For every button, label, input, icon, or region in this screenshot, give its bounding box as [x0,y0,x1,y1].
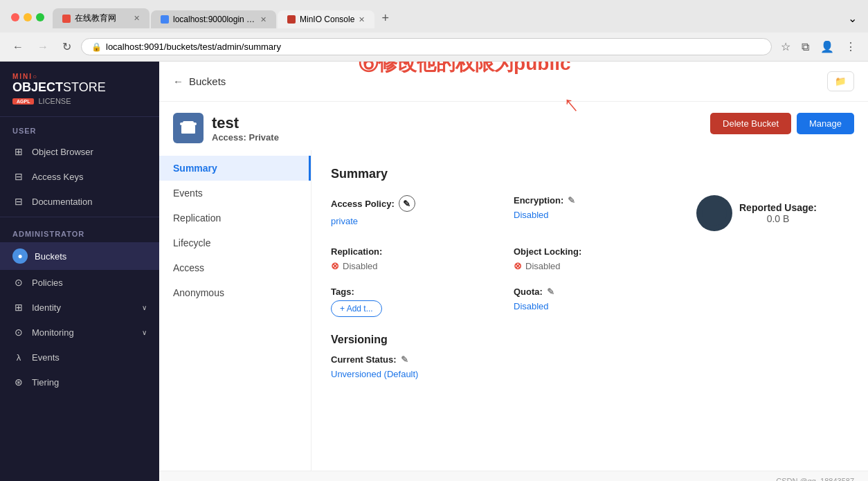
left-nav-anonymous[interactable]: Anonymous [159,280,311,305]
main-content: ← Buckets 📁 test [159,62,868,481]
left-nav-summary-label: Summary [173,163,217,174]
summary-row-1: Access Policy: ✎ private Encryption: ✎ D… [331,195,849,231]
close-traffic-light[interactable] [11,13,19,21]
tab-close-3[interactable]: ✕ [359,15,365,24]
access-keys-icon: ⊟ [12,170,25,183]
sidebar-label-events: Events [32,352,60,363]
object-locking-value: ⊗ Disabled [514,260,682,271]
browser-tab-3[interactable]: MinIO Console ✕ [278,10,374,28]
folder-button[interactable]: 📁 [827,71,854,91]
sidebar-item-identity[interactable]: ⊞ Identity ∨ [0,295,159,320]
bucket-details: test Access: Private [212,114,279,143]
tab-close-2[interactable]: ✕ [260,15,266,24]
sidebar-label-tiering: Tiering [32,377,59,388]
identity-expand-icon: ∨ [142,304,147,311]
bucket-actions: ⑥修改他的权限为public ↓ Delete Bucket Manage [705,113,854,134]
encryption-value[interactable]: Disabled [514,210,549,220]
summary-row-2: Replication: ⊗ Disabled Object Locking: … [331,246,849,271]
app-container: MINI○ OBJECT STORE AGPL LICENSE User ⊞ O… [0,62,868,481]
left-nav: Summary Events Replication Lifecycle Acc… [159,150,311,471]
monitoring-expand-icon: ∨ [142,329,147,336]
sidebar-item-access-keys[interactable]: ⊟ Access Keys [0,164,159,189]
sidebar-label-policies: Policies [32,278,63,288]
manage-button[interactable]: Manage [797,113,854,134]
sidebar-item-documentation[interactable]: ⊟ Documentation [0,189,159,214]
bucket-svg-icon [179,120,198,136]
add-tag-button[interactable]: + Add t... [331,300,382,317]
content-area: Summary Events Replication Lifecycle Acc… [159,150,868,471]
sidebar-item-buckets[interactable]: ● Buckets [0,242,159,270]
quota-section: Quota: ✎ Disabled [514,287,682,317]
browser-tab-2[interactable]: localhost:9000login - Google ... ✕ [151,10,276,28]
sidebar-label-documentation: Documentation [32,197,92,207]
extensions-btn[interactable]: ⧉ [798,39,813,55]
bookmark-btn[interactable]: ☆ [777,39,794,55]
top-bar-left: ← Buckets [173,75,226,87]
folder-icon: 📁 [835,76,847,87]
sidebar-label-buckets: Buckets [35,251,66,262]
new-tab-button[interactable]: + [376,8,395,28]
lock-icon: 🔒 [91,42,102,52]
browser-actions: ☆ ⧉ 👤 ⋮ [777,39,860,55]
left-nav-lifecycle[interactable]: Lifecycle [159,230,311,255]
object-locking-label: Object Locking: [514,246,682,257]
left-nav-events[interactable]: Events [159,181,311,206]
current-status-header: Current Status: ✎ [331,354,849,365]
left-nav-replication[interactable]: Replication [159,206,311,230]
documentation-icon: ⊟ [12,195,25,208]
browser-expand-btn[interactable]: ⌄ [848,12,857,25]
sidebar-item-tiering[interactable]: ⊛ Tiering [0,370,159,394]
access-value: Private [249,132,279,143]
left-nav-access[interactable]: Access [159,255,311,280]
versioning-edit-icon[interactable]: ✎ [401,354,408,365]
store-text: STORE [63,80,106,95]
replication-disabled-icon: ⊗ [331,260,339,271]
bucket-header: test Access: Private ⑥修改他的权限为public ↓ De… [159,102,868,150]
address-bar[interactable]: 🔒 localhost:9091/buckets/test/admin/summ… [81,38,772,55]
user-btn[interactable]: 👤 [817,39,838,55]
delete-bucket-button[interactable]: Delete Bucket [710,113,791,134]
browser-tab-1[interactable]: 在线教育网 ✕ [53,8,150,28]
object-store-text: OBJECT STORE [12,80,147,95]
minimize-traffic-light[interactable] [24,13,32,21]
menu-btn[interactable]: ⋮ [842,39,860,55]
quota-value[interactable]: Disabled [514,301,549,311]
replication-status-text: Disabled [343,261,378,271]
quota-edit-icon[interactable]: ✎ [547,287,554,297]
object-browser-icon: ⊞ [12,145,25,158]
footer-text: CSDN @qq_18843587 [776,477,854,481]
tab-label-1: 在线教育网 [75,12,116,24]
reported-usage-value: 0.0 B [739,213,817,224]
sidebar-label-identity: Identity [32,302,61,313]
breadcrumb-buckets[interactable]: Buckets [189,75,226,87]
reported-usage-content: Reported Usage: 0.0 B [696,195,849,231]
forward-button[interactable]: → [33,39,53,55]
current-status-value[interactable]: Unversioned (Default) [331,369,418,379]
access-policy-value[interactable]: private [331,216,358,226]
encryption-label: Encryption: [514,195,563,206]
summary-row-3: Tags: + Add t... Quota: ✎ Disabled [331,287,849,317]
replication-value: ⊗ Disabled [331,260,500,271]
sidebar-item-policies[interactable]: ⊙ Policies [0,270,159,295]
policies-icon: ⊙ [12,276,25,289]
reported-usage-section: Reported Usage: 0.0 B [696,195,849,231]
left-nav-summary[interactable]: Summary [159,156,311,181]
encryption-edit-icon[interactable]: ✎ [568,195,575,206]
replication-label: Replication: [331,246,500,257]
back-button[interactable]: ← [8,39,28,55]
sidebar-item-monitoring[interactable]: ⊙ Monitoring ∨ [0,320,159,345]
refresh-button[interactable]: ↻ [58,39,75,55]
back-arrow-icon[interactable]: ← [173,75,183,87]
traffic-lights [11,13,44,21]
quota-label: Quota: [514,287,543,297]
sidebar-item-events[interactable]: λ Events [0,345,159,370]
access-policy-header: Access Policy: ✎ [331,195,500,212]
access-policy-edit-icon[interactable]: ✎ [399,195,415,212]
tab-close-1[interactable]: ✕ [134,14,140,23]
sidebar-item-object-browser[interactable]: ⊞ Object Browser [0,139,159,164]
browser-toolbar: ← → ↻ 🔒 localhost:9091/buckets/test/admi… [0,33,868,62]
tiering-icon: ⊛ [12,376,25,388]
quota-header: Quota: ✎ [514,287,682,297]
maximize-traffic-light[interactable] [36,13,44,21]
left-nav-lifecycle-label: Lifecycle [173,237,210,248]
